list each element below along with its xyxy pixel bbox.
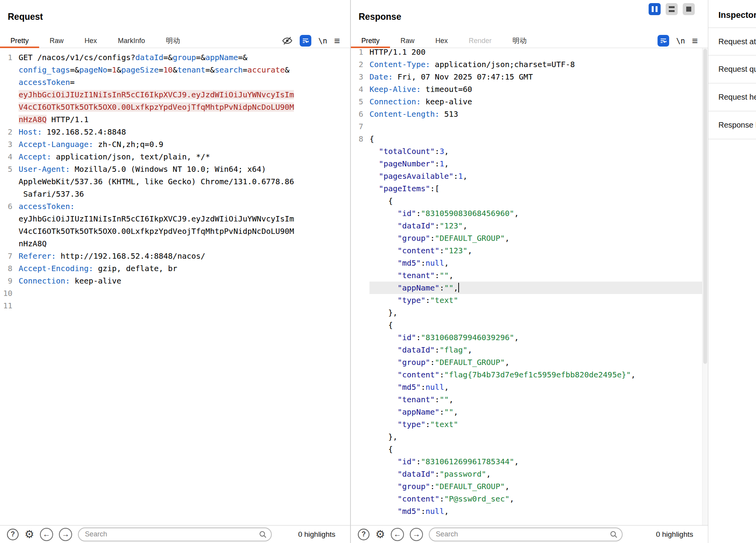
line-number: [351, 344, 363, 356]
request-code: 1GET /nacos/v1/cs/configs?dataId=&group=…: [0, 51, 350, 312]
code-line: {: [351, 443, 708, 455]
tab-raw[interactable]: Raw: [390, 34, 425, 48]
hide-highlights-eye-icon[interactable]: [282, 35, 293, 46]
layout-rows-button[interactable]: [666, 3, 678, 15]
code-line: "content":"123",: [351, 244, 708, 257]
code-line: 4Keep-Alive: timeout=60: [351, 83, 708, 95]
tab-markinfo[interactable]: MarkInfo: [107, 34, 155, 48]
code-line: "md5":null,: [351, 381, 708, 393]
help-icon[interactable]: ?: [7, 529, 19, 540]
line-number: [351, 468, 363, 480]
inspector-section-request-query-parameters[interactable]: Request query parameters: [708, 55, 756, 83]
code-line: 10: [0, 287, 350, 299]
search-next-button[interactable]: →: [59, 528, 72, 541]
code-line: "appName":"",: [351, 282, 708, 294]
response-footer: ? ⚙ ← → 0 highlights: [351, 525, 708, 543]
code-line: "group":"DEFAULT_GROUP",: [351, 232, 708, 244]
code-line: "group":"DEFAULT_GROUP",: [351, 480, 708, 493]
tab-明动[interactable]: 明动: [502, 34, 537, 48]
line-number: 6: [0, 200, 12, 213]
line-number: [351, 157, 363, 170]
columns-layout-icon: [652, 6, 658, 12]
code-line: {: [351, 319, 708, 331]
search-icon: [609, 530, 618, 539]
line-number: 5: [351, 95, 363, 108]
rows-layout-icon: [669, 6, 675, 12]
response-search-input[interactable]: [429, 527, 623, 541]
line-number: [351, 170, 363, 182]
code-line: accessToken=: [0, 76, 350, 88]
layout-tabs-button[interactable]: [683, 3, 695, 15]
response-panel: Response PrettyRawHexRender明动 \n ≡ 1HTTP…: [351, 0, 708, 543]
line-number: 4: [0, 150, 12, 163]
request-panel-title: Request: [0, 0, 350, 34]
code-line: 6accessToken:: [0, 200, 350, 213]
line-number: 11: [0, 299, 12, 312]
editor-menu-icon[interactable]: ≡: [334, 36, 340, 46]
code-line: AppleWebKit/537.36 (KHTML, like Gecko) C…: [0, 175, 350, 188]
code-line: 5Connection: keep-alive: [351, 95, 708, 108]
line-number: [351, 431, 363, 443]
code-line: Safari/537.36: [0, 188, 350, 200]
soft-wrap-toggle-icon[interactable]: [658, 35, 669, 47]
code-line: "tenant":"",: [351, 393, 708, 406]
response-code: 1HTTP/1.1 2002Content-Type: application/…: [351, 48, 708, 517]
code-line: "tenant":"",: [351, 269, 708, 282]
editor-menu-icon[interactable]: ≡: [692, 36, 698, 46]
request-search-input[interactable]: [78, 527, 272, 541]
code-line: "dataId":"123",: [351, 220, 708, 232]
search-prev-button[interactable]: ←: [391, 528, 404, 541]
line-number: 7: [0, 250, 12, 262]
inspector-section-request-attributes[interactable]: Request attributes: [708, 28, 756, 55]
line-number: [351, 257, 363, 269]
code-line: 9Connection: keep-alive: [0, 275, 350, 287]
tab-raw[interactable]: Raw: [39, 34, 74, 48]
response-tabs: PrettyRawHexRender明动: [351, 34, 537, 48]
settings-gear-icon[interactable]: ⚙: [24, 529, 34, 540]
tab-pretty[interactable]: Pretty: [0, 34, 39, 48]
code-line: "md5":null,: [351, 257, 708, 269]
code-line: "pageItems":[: [351, 182, 708, 195]
tab-hex[interactable]: Hex: [74, 34, 107, 48]
tab-明动[interactable]: 明动: [155, 34, 190, 48]
code-line: "group":"DEFAULT_GROUP",: [351, 356, 708, 368]
single-pane-icon: [686, 7, 691, 12]
line-number: [0, 76, 12, 88]
inspector-sections: Request attributesRequest query paramete…: [708, 28, 756, 139]
line-number: [0, 175, 12, 188]
search-prev-button[interactable]: ←: [40, 528, 53, 541]
scrollbar-thumb[interactable]: [703, 49, 707, 364]
inspector-panel: Inspector Request attributesRequest quer…: [708, 0, 756, 543]
inspector-section-response-headers[interactable]: Response headers: [708, 111, 756, 139]
settings-gear-icon[interactable]: ⚙: [375, 529, 385, 540]
tabbar-spacer: [537, 34, 658, 48]
line-number: [351, 282, 363, 294]
tab-pretty[interactable]: Pretty: [351, 34, 390, 48]
layout-columns-button[interactable]: [649, 3, 661, 15]
help-icon[interactable]: ?: [358, 529, 369, 540]
tab-hex[interactable]: Hex: [425, 34, 458, 48]
line-number: [351, 232, 363, 244]
line-number: [0, 237, 12, 250]
search-next-button[interactable]: →: [410, 528, 423, 541]
line-number: 4: [351, 83, 363, 95]
inspector-section-request-headers[interactable]: Request headers: [708, 83, 756, 111]
show-newlines-button[interactable]: \n: [676, 36, 685, 45]
response-highlights-count: 0 highlights: [656, 530, 693, 539]
code-line: 1HTTP/1.1 200: [351, 48, 708, 58]
response-scrollbar[interactable]: [702, 48, 708, 525]
line-number: 6: [351, 108, 363, 120]
request-editor[interactable]: 1GET /nacos/v1/cs/configs?dataId=&group=…: [0, 48, 350, 525]
code-line: 3Accept-Language: zh-CN,zh;q=0.9: [0, 138, 350, 150]
line-number: [351, 356, 363, 368]
line-number: [351, 505, 363, 517]
request-tabbar: PrettyRawHexMarkInfo明动 \n ≡: [0, 34, 350, 48]
code-line: "content":"P@ssw0rd_sec",: [351, 493, 708, 505]
line-number: 8: [0, 262, 12, 275]
code-line: "dataId":"flag",: [351, 344, 708, 356]
soft-wrap-toggle-icon[interactable]: [300, 35, 311, 47]
line-number: [351, 145, 363, 157]
line-number: [351, 244, 363, 257]
show-newlines-button[interactable]: \n: [318, 36, 327, 45]
response-editor[interactable]: 1HTTP/1.1 2002Content-Type: application/…: [351, 48, 708, 525]
